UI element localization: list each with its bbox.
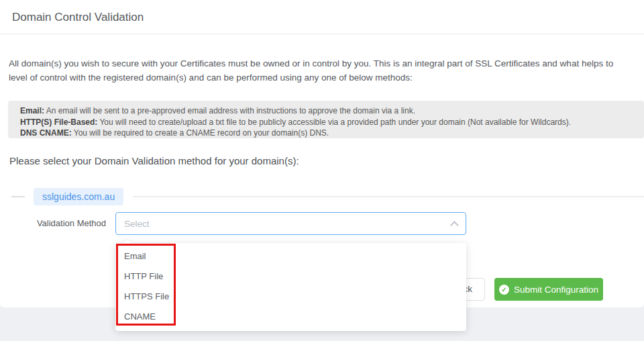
domain-badge: sslguides.com.au xyxy=(34,188,123,205)
submit-configuration-button[interactable]: ✓ Submit Configuration xyxy=(494,278,603,301)
dropdown-option-http-file[interactable]: HTTP File xyxy=(115,266,466,287)
info-line-email: Email: An email will be sent to a pre-ap… xyxy=(20,105,632,117)
info-label-http-file: HTTP(S) File-Based: xyxy=(20,117,97,127)
intro-text: All domain(s) you wish to secure with yo… xyxy=(9,56,644,85)
dropdown-option-email[interactable]: Email xyxy=(115,246,466,266)
title-divider xyxy=(0,34,644,34)
info-label-dns-cname: DNS CNAME: xyxy=(20,128,72,138)
validation-method-dropdown: Email HTTP File HTTPS File CNAME xyxy=(115,243,466,331)
domain-divider-left xyxy=(11,196,25,197)
submit-button-label: Submit Configuration xyxy=(514,285,598,295)
info-line-http-file: HTTP(S) File-Based: You will need to cre… xyxy=(20,117,632,128)
select-placeholder: Select xyxy=(124,219,451,229)
check-circle-icon: ✓ xyxy=(499,285,509,295)
selection-heading: Please select your Domain Validation met… xyxy=(9,155,299,166)
intro-line-2: level of control with the registered dom… xyxy=(9,70,644,85)
info-label-email: Email: xyxy=(20,106,44,115)
validation-method-select[interactable]: Select xyxy=(115,212,466,235)
dropdown-option-https-file[interactable]: HTTPS File xyxy=(115,287,466,307)
dropdown-option-cname[interactable]: CNAME xyxy=(115,307,466,327)
page-title: Domain Control Validation xyxy=(12,11,144,24)
validation-methods-info-box: Email: An email will be sent to a pre-ap… xyxy=(8,101,644,138)
validation-method-label: Validation Method xyxy=(0,218,106,228)
info-text-http-file: You will need to create/upload a txt fil… xyxy=(97,117,571,127)
info-text-dns-cname: You will be required to create a CNAME r… xyxy=(72,128,329,138)
info-line-dns-cname: DNS CNAME: You will be required to creat… xyxy=(20,128,632,138)
info-text-email: An email will be sent to a pre-approved … xyxy=(44,106,415,115)
chevron-up-icon xyxy=(450,221,459,230)
intro-line-1: All domain(s) you wish to secure with yo… xyxy=(9,56,644,70)
domain-divider-right xyxy=(133,196,644,197)
